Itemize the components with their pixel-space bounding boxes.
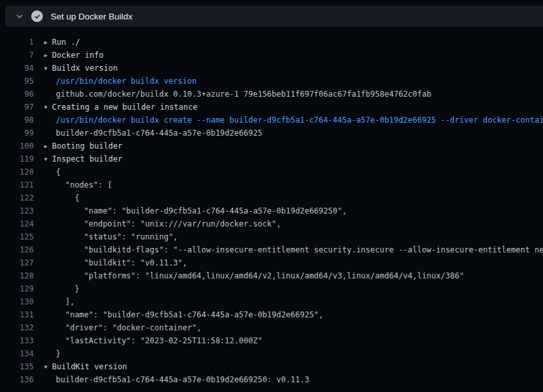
log-line: 128 "platforms": "linux/amd64,linux/amd6… [0, 269, 543, 282]
log-line-text: ▶Run ./ [34, 36, 543, 49]
line-number[interactable]: 121 [0, 178, 34, 191]
log-line-text: ▼Inspect builder [34, 153, 543, 165]
log-line-text: builder-d9cfb5a1-c764-445a-a57e-0b19d2e6… [34, 127, 543, 140]
log-line-text: /usr/bin/docker buildx create --name bui… [34, 114, 543, 127]
log-line: 120 { [0, 165, 543, 178]
log-line-text: "driver": "docker-container", [34, 321, 543, 334]
line-number[interactable]: 100 [0, 140, 34, 153]
log-line: 132 "driver": "docker-container", [0, 321, 543, 334]
line-number[interactable]: 132 [0, 321, 34, 334]
log-line: 131 "name": "builder-d9cfb5a1-c764-445a-… [0, 308, 543, 321]
line-number[interactable]: 98 [0, 114, 34, 127]
log-group-row[interactable]: 1 ▶Run ./ [0, 36, 543, 49]
log-line: 127 "buildkit": "v0.11.3", [0, 256, 543, 269]
log-line: 123 "name": "builder-d9cfb5a1-c764-445a-… [0, 204, 543, 217]
line-number[interactable]: 124 [0, 217, 34, 230]
log-group-row[interactable]: 7 ▶Docker info [0, 49, 543, 62]
log-line: 98 /usr/bin/docker buildx create --name … [0, 114, 543, 127]
triangle-expanded-icon[interactable]: ▼ [44, 361, 52, 373]
line-number[interactable]: 120 [0, 165, 34, 178]
log-line-text: github.com/docker/buildx 0.10.3+azure-1 … [34, 88, 543, 101]
log-line-text: ▼Buildx version [34, 62, 543, 75]
log-group-row[interactable]: 97 ▼Creating a new builder instance [0, 101, 543, 114]
line-number[interactable]: 123 [0, 204, 34, 217]
log-line: 136 builder-d9cfb5a1-c764-445a-a57e-0b19… [0, 373, 543, 386]
log-line: 125 "status": "running", [0, 230, 543, 243]
line-number[interactable]: 127 [0, 256, 34, 269]
log-line-text: "buildkitd-flags": "--allow-insecure-ent… [34, 243, 543, 256]
line-number[interactable]: 97 [0, 101, 34, 114]
log-line: 129 } [0, 282, 543, 295]
triangle-expanded-icon[interactable]: ▼ [44, 101, 52, 114]
log-line: 99 builder-d9cfb5a1-c764-445a-a57e-0b19d… [0, 127, 543, 140]
line-number[interactable]: 130 [0, 295, 34, 308]
log-group-row[interactable]: 94 ▼Buildx version [0, 62, 543, 75]
log-line-text: ▼BuildKit version [34, 360, 543, 373]
log-line: 134 } [0, 347, 543, 360]
line-number[interactable]: 95 [0, 75, 34, 88]
step-header[interactable]: Set up Docker Buildx [5, 6, 543, 27]
log-group-row[interactable]: 119 ▼Inspect builder [0, 153, 543, 165]
log-line-text: builder-d9cfb5a1-c764-445a-a57e-0b19d2e6… [34, 373, 543, 386]
triangle-collapsed-icon[interactable]: ▶ [44, 140, 52, 153]
log-line-text: "endpoint": "unix:///var/run/docker.sock… [34, 217, 543, 230]
line-number[interactable]: 99 [0, 127, 34, 140]
log-line-text: ▶Docker info [34, 49, 543, 62]
log-line: 95 /usr/bin/docker buildx version [0, 75, 543, 88]
log-line-text: "name": "builder-d9cfb5a1-c764-445a-a57e… [34, 204, 543, 217]
check-circle-icon [31, 10, 43, 22]
line-number[interactable]: 119 [0, 153, 34, 165]
log-line: 133 "lastActivity": "2023-02-25T11:58:12… [0, 334, 543, 347]
log-line: 96 github.com/docker/buildx 0.10.3+azure… [0, 88, 543, 101]
log-line: 126 "buildkitd-flags": "--allow-insecure… [0, 243, 543, 256]
log-line-text: } [34, 347, 543, 360]
log-line-text: ▶Booting builder [34, 140, 543, 153]
triangle-collapsed-icon[interactable]: ▶ [44, 49, 52, 62]
line-number[interactable]: 135 [0, 360, 34, 373]
line-number[interactable]: 1 [0, 36, 34, 49]
log-line-text: "nodes": [ [34, 178, 543, 191]
line-number[interactable]: 7 [0, 49, 34, 62]
triangle-collapsed-icon[interactable]: ▶ [44, 36, 52, 49]
line-number[interactable]: 128 [0, 269, 34, 282]
triangle-expanded-icon[interactable]: ▼ [44, 153, 52, 165]
line-number[interactable]: 125 [0, 230, 34, 243]
line-number[interactable]: 136 [0, 373, 34, 386]
log-line: 121 "nodes": [ [0, 178, 543, 191]
log-group-row[interactable]: 135 ▼BuildKit version [0, 360, 543, 373]
log-line-text: "name": "builder-d9cfb5a1-c764-445a-a57e… [34, 308, 543, 321]
log-line-text: "lastActivity": "2023-02-25T11:58:12.000… [34, 334, 543, 347]
log-line-text: { [34, 191, 543, 204]
line-number[interactable]: 126 [0, 243, 34, 256]
chevron-down-icon[interactable] [12, 8, 27, 24]
triangle-expanded-icon[interactable]: ▼ [44, 62, 52, 75]
log-line-text: "status": "running", [34, 230, 543, 243]
step-title: Set up Docker Buildx [51, 12, 133, 21]
log-group-row[interactable]: 100 ▶Booting builder [0, 140, 543, 153]
log-line-text: { [34, 165, 543, 178]
line-number[interactable]: 133 [0, 334, 34, 347]
log-line-text: } [34, 282, 543, 295]
line-number[interactable]: 94 [0, 62, 34, 75]
log-area: 1 ▶Run ./ 7 ▶Docker info 94 ▼Buildx vers… [0, 27, 543, 392]
log-line-text: ], [34, 295, 543, 308]
log-line: 124 "endpoint": "unix:///var/run/docker.… [0, 217, 543, 230]
line-number[interactable]: 134 [0, 347, 34, 360]
line-number[interactable]: 122 [0, 191, 34, 204]
log-line-text: "buildkit": "v0.11.3", [34, 256, 543, 269]
line-number[interactable]: 96 [0, 88, 34, 101]
log-line: 122 { [0, 191, 543, 204]
line-number[interactable]: 131 [0, 308, 34, 321]
line-number[interactable]: 129 [0, 282, 34, 295]
log-line-text: /usr/bin/docker buildx version [34, 75, 543, 88]
log-line: 130 ], [0, 295, 543, 308]
log-line-text: ▼Creating a new builder instance [34, 101, 543, 114]
log-line-text: "platforms": "linux/amd64,linux/amd64/v2… [34, 269, 543, 282]
